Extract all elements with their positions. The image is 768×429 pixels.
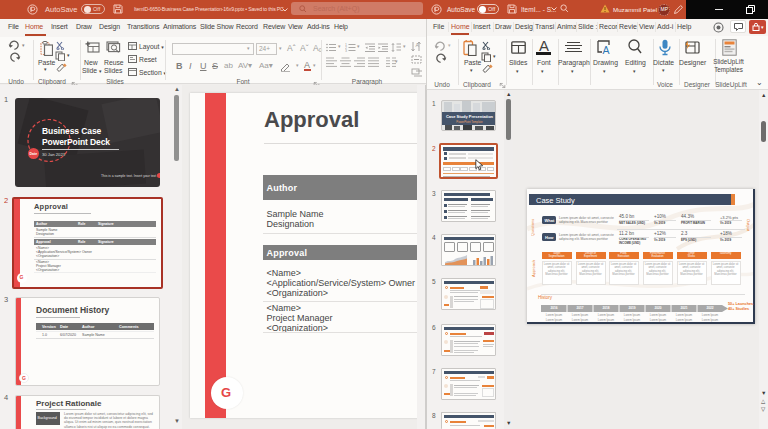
svg-text:A: A xyxy=(603,44,610,55)
svg-text:3: 3 xyxy=(345,49,347,52)
